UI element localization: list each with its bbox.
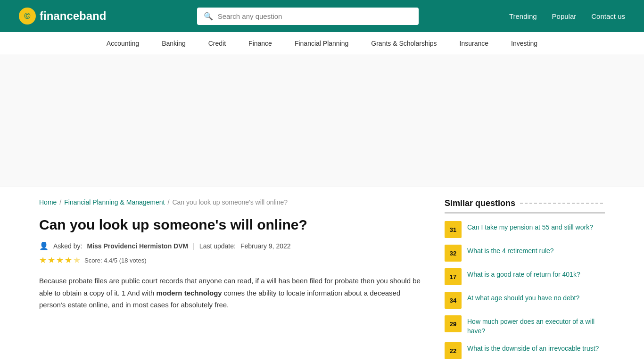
score-text: Score: 4.4/5 (18 votes)	[84, 257, 147, 264]
search-icon: 🔍	[204, 12, 213, 21]
logo-icon: ©	[19, 8, 36, 25]
nav-finance[interactable]: Finance	[247, 32, 274, 55]
sidebar: Similar questions 31 Can I take my pensi…	[445, 198, 605, 362]
breadcrumb-category[interactable]: Financial Planning & Management	[64, 198, 165, 206]
question-text-5: How much power does an executor of a wil…	[467, 315, 605, 336]
question-number-2: 32	[445, 245, 462, 262]
category-nav: Accounting Banking Credit Finance Financ…	[0, 32, 644, 55]
question-text-1: Can I take my pension at 55 and still wo…	[467, 221, 593, 232]
question-text-3: What is a good rate of return for 401k?	[467, 268, 580, 280]
ad-banner	[0, 55, 644, 187]
search-bar: 🔍	[197, 8, 419, 25]
star-3: ★	[56, 255, 64, 265]
question-text-4: At what age should you have no debt?	[467, 292, 579, 303]
breadcrumb: Home / Financial Planning & Management /…	[39, 198, 426, 206]
last-update-label: Last update:	[199, 242, 236, 250]
article-paragraph: Because probate files are public court r…	[39, 275, 426, 311]
article-body: Because probate files are public court r…	[39, 275, 426, 311]
question-number-4: 34	[445, 292, 462, 309]
question-text-2: What is the 4 retirement rule?	[467, 245, 554, 256]
nav-investing[interactable]: Investing	[509, 32, 539, 55]
rating-row: ★ ★ ★ ★ ★ Score: 4.4/5 (18 votes)	[39, 255, 426, 265]
header: © financeband 🔍 Trending Popular Contact…	[0, 0, 644, 32]
breadcrumb-sep1: /	[59, 198, 61, 206]
nav-banking[interactable]: Banking	[160, 32, 188, 55]
nav-insurance[interactable]: Insurance	[458, 32, 490, 55]
question-number-5: 29	[445, 315, 462, 332]
meta-separator: |	[193, 242, 195, 250]
header-nav: Trending Popular Contact us	[509, 12, 625, 20]
nav-accounting[interactable]: Accounting	[105, 32, 141, 55]
question-item-2[interactable]: 32 What is the 4 retirement rule?	[445, 245, 605, 262]
content-area: Home / Financial Planning & Management /…	[39, 198, 426, 362]
last-update-date: February 9, 2022	[240, 242, 291, 250]
author-name: Miss Providenci Hermiston DVM	[87, 242, 188, 250]
article-title: Can you look up someone's will online?	[39, 215, 426, 234]
star-4: ★	[65, 255, 72, 265]
question-text-6: What is the downside of an irrevocable t…	[467, 342, 599, 354]
question-item-5[interactable]: 29 How much power does an executor of a …	[445, 315, 605, 336]
question-item-6[interactable]: 22 What is the downside of an irrevocabl…	[445, 342, 605, 359]
nav-grants-scholarships[interactable]: Grants & Scholarships	[369, 32, 438, 55]
question-number-1: 31	[445, 221, 462, 238]
logo-text: financeband	[40, 9, 106, 23]
article-meta: 👤 Asked by: Miss Providenci Hermiston DV…	[39, 241, 426, 250]
question-number-6: 22	[445, 342, 462, 359]
stars: ★ ★ ★ ★ ★	[39, 255, 81, 265]
nav-contact[interactable]: Contact us	[591, 12, 625, 20]
similar-questions-title: Similar questions	[445, 198, 605, 214]
user-icon: 👤	[39, 241, 49, 250]
asked-by-label: Asked by:	[53, 242, 82, 250]
breadcrumb-home[interactable]: Home	[39, 198, 57, 206]
question-item-1[interactable]: 31 Can I take my pension at 55 and still…	[445, 221, 605, 238]
question-number-3: 17	[445, 268, 462, 285]
breadcrumb-sep2: /	[168, 198, 170, 206]
breadcrumb-current: Can you look up someone's will online?	[172, 198, 288, 206]
nav-trending[interactable]: Trending	[509, 12, 537, 20]
star-2: ★	[48, 255, 55, 265]
star-1: ★	[39, 255, 47, 265]
nav-credit[interactable]: Credit	[206, 32, 228, 55]
question-item-4[interactable]: 34 At what age should you have no debt?	[445, 292, 605, 309]
logo[interactable]: © financeband	[19, 8, 106, 25]
main-container: Home / Financial Planning & Management /…	[20, 187, 624, 362]
star-5: ★	[73, 255, 81, 265]
search-input[interactable]	[197, 8, 419, 25]
nav-financial-planning[interactable]: Financial Planning	[293, 32, 350, 55]
question-item-3[interactable]: 17 What is a good rate of return for 401…	[445, 268, 605, 285]
nav-popular[interactable]: Popular	[552, 12, 577, 20]
